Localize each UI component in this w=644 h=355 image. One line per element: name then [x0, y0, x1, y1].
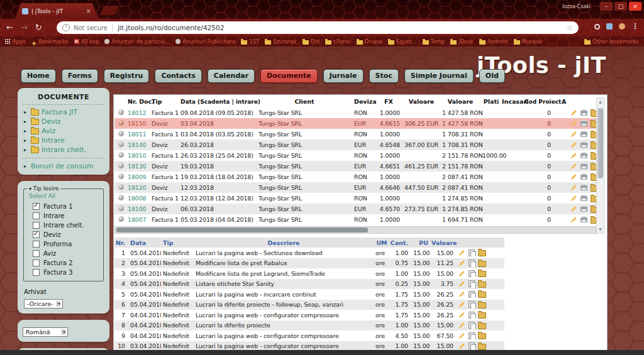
tip-iesire-option[interactable]: Deviz: [27, 230, 100, 239]
item-row[interactable]: 6 05.04.2018 Nedefinit Lucrari la diferi…: [114, 300, 504, 310]
bookmark-item[interactable]: jDesk: [450, 38, 474, 45]
document-row[interactable]: 18010 Factura 1 26.03.2018 (25.04.2018) …: [114, 150, 599, 161]
edit-icon[interactable]: [458, 312, 465, 319]
copy-icon[interactable]: [469, 291, 475, 298]
document-row[interactable]: 18150 Deviz 03.04.2018 Tungs-Star SRL EU…: [114, 118, 599, 129]
item-row[interactable]: 2 05.04.2018 Nedefinit Modificare lista …: [114, 258, 504, 269]
document-row[interactable]: 18120 Deviz 12.03.2018 Tungs-Star SRL EU…: [114, 182, 599, 193]
document-row[interactable]: 18130 Deviz 19.03.2018 Tungs-Star SRL EU…: [114, 161, 599, 172]
forward-icon[interactable]: →: [21, 22, 28, 33]
edit-icon[interactable]: [570, 131, 577, 138]
tip-iesire-option[interactable]: Intrare: [27, 211, 100, 221]
bookmark-item[interactable]: Apps: [5, 38, 26, 45]
print-icon[interactable]: [580, 121, 587, 126]
doc-number-link[interactable]: 18010: [126, 152, 150, 159]
folder-icon[interactable]: [478, 312, 486, 319]
bookmark-item[interactable]: Anunturi Publicitare: [175, 38, 235, 45]
tip-iesire-option[interactable]: Intrare chelt.: [27, 221, 100, 230]
url-text[interactable]: jit.jtools.ro/ro/documente/42502: [118, 24, 566, 31]
document-row[interactable]: 18008 Factura 1 12.03.2018 (12.04.2018) …: [114, 193, 599, 204]
tip-iesire-option[interactable]: Aviz: [27, 249, 100, 258]
nav-tab-home[interactable]: Home: [21, 69, 56, 83]
doc-number-link[interactable]: 18009: [126, 173, 150, 180]
item-row[interactable]: 8 04.04.2018 Nedefinit Lucrari la diferi…: [114, 320, 504, 331]
language-select[interactable]: Română ▾: [23, 327, 68, 337]
item-row[interactable]: 5 05.04.2018 Nedefinit Lucrari la pagina…: [114, 289, 504, 300]
edit-icon[interactable]: [458, 270, 465, 277]
doc-number-link[interactable]: 18100: [126, 205, 150, 212]
scroll-down-icon[interactable]: ▼: [597, 227, 604, 232]
bookmark-star-icon[interactable]: ☆: [566, 23, 573, 32]
print-icon[interactable]: [580, 143, 587, 148]
sidebar-item-intrare-chelt-[interactable]: ▸ Intrare chelt.: [23, 145, 104, 155]
bookmark-item[interactable]: Bookmarks: [31, 36, 69, 46]
tip-iesire-option[interactable]: Factura 3: [27, 268, 100, 277]
checkbox[interactable]: [33, 241, 40, 248]
bookmark-item[interactable]: Drupal: [357, 38, 382, 45]
info-icon[interactable]: [62, 24, 70, 31]
doc-number-link[interactable]: 18007: [126, 216, 150, 223]
address-bar[interactable]: Not secure jit.jtools.ro/ro/documente/42…: [57, 21, 579, 34]
document-row[interactable]: 18140 Deviz 26.03.2018 Tungs-Star SRL EU…: [114, 139, 599, 150]
nav-tab-calendar[interactable]: Calendar: [208, 69, 255, 83]
browser-menu-icon[interactable]: ⋮: [631, 23, 639, 30]
doc-number-link[interactable]: 18012: [126, 109, 150, 116]
checkbox[interactable]: [33, 212, 40, 219]
nav-tab-contacts[interactable]: Contacts: [155, 69, 201, 83]
print-icon[interactable]: [580, 153, 587, 158]
checkbox[interactable]: [33, 269, 40, 276]
edit-icon[interactable]: [458, 301, 465, 308]
sidebar-item-aviz[interactable]: ▸ Aviz: [23, 126, 104, 136]
bottom-scrollbar[interactable]: [0, 350, 644, 355]
sidebar-item-bonuri-de-consum[interactable]: ▸ Bonuri de consum: [23, 161, 104, 171]
edit-icon[interactable]: [570, 205, 577, 212]
nav-tab-old[interactable]: Old: [479, 69, 505, 83]
copy-icon[interactable]: [469, 332, 475, 339]
refresh-icon[interactable]: ↻: [35, 22, 42, 33]
nav-tab-registru[interactable]: Registru: [104, 69, 150, 83]
print-icon[interactable]: [580, 164, 587, 169]
window-minimize-button[interactable]: –: [600, 2, 613, 11]
edit-icon[interactable]: [458, 332, 465, 339]
print-icon[interactable]: [580, 111, 587, 116]
doc-number-link[interactable]: 18120: [126, 184, 150, 191]
edit-icon[interactable]: [570, 152, 577, 159]
document-row[interactable]: 18007 Factura 1 05.03.2018 (04.04.2018) …: [114, 214, 599, 225]
copy-icon[interactable]: [469, 280, 475, 287]
edit-icon[interactable]: [458, 291, 465, 298]
scroll-up-icon[interactable]: ▲: [597, 99, 604, 104]
extensions-icon[interactable]: [606, 23, 613, 30]
item-row[interactable]: 9 04.04.2018 Nedefinit Lucrari la pagina…: [114, 330, 504, 341]
sidebar-item-deviz[interactable]: ▸ Deviz: [23, 117, 104, 126]
doc-number-link[interactable]: 18150: [126, 120, 150, 127]
bookmark-item[interactable]: Szutarak: [265, 38, 296, 45]
print-icon[interactable]: [580, 207, 587, 212]
folder-icon[interactable]: [478, 281, 486, 288]
doc-number-link[interactable]: 18011: [126, 131, 150, 138]
profile-icon[interactable]: [619, 23, 625, 30]
nav-tab-documente[interactable]: Documente: [260, 69, 318, 83]
bookmark-item[interactable]: Old: [303, 38, 319, 45]
nav-tab-forms[interactable]: Forms: [62, 69, 98, 83]
copy-icon[interactable]: [469, 249, 475, 256]
item-row[interactable]: 4 05.04.2018 Nedefinit Listare etichete …: [114, 279, 504, 290]
bookmark-item[interactable]: 1ST: [241, 38, 259, 45]
edit-icon[interactable]: [570, 216, 577, 223]
browser-tab[interactable]: | jTools - jIT ×: [15, 3, 98, 19]
copy-icon[interactable]: [469, 312, 475, 319]
edit-icon[interactable]: [570, 120, 577, 127]
bookmark-item[interactable]: Android: [479, 38, 508, 45]
other-bookmarks[interactable]: Other bookmarks: [584, 38, 639, 45]
copy-icon[interactable]: [469, 301, 475, 308]
document-row[interactable]: 18100 Deviz 06.03.2018 Tungs-Star SRL EU…: [114, 204, 599, 214]
nav-tab-simple-journal[interactable]: Simple Journal: [404, 69, 474, 83]
item-row[interactable]: 7 04.04.2018 Nedefinit Lucrari la pagina…: [114, 310, 504, 320]
folder-icon[interactable]: [478, 333, 486, 339]
document-row[interactable]: 18012 Factura 1 09.04.2018 (09.05.2018) …: [114, 107, 599, 118]
nav-tab-stoc[interactable]: Stoc: [369, 69, 399, 83]
edit-icon[interactable]: [570, 163, 577, 170]
documents-horizontal-scrollbar[interactable]: [114, 226, 596, 234]
document-row[interactable]: 18011 Factura 1 03.04.2018 (03.05.2018) …: [114, 129, 599, 139]
item-row[interactable]: 3 05.04.2018 Nedefinit Modificare lista …: [114, 268, 504, 279]
folder-icon[interactable]: [478, 323, 486, 329]
